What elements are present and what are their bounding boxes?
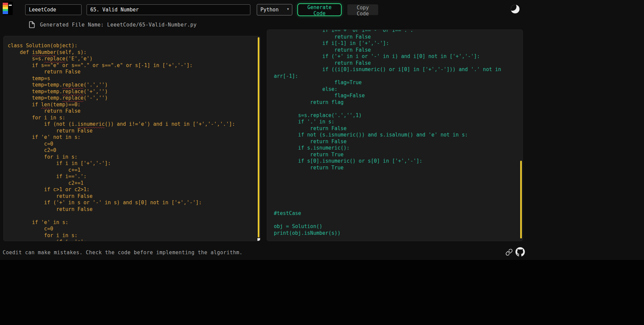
link-button[interactable] — [505, 249, 513, 257]
output-scrollbar-thumb[interactable] — [520, 161, 522, 238]
theme-toggle-button[interactable] — [510, 4, 520, 14]
output-code: if i=='+' or i=='-' or i=='.': return Fa… — [267, 30, 523, 236]
resize-handle[interactable] — [257, 238, 260, 241]
logo-dash-icon — [9, 5, 12, 6]
editor-scrollbar-thumb[interactable] — [258, 37, 259, 237]
problem-title-input[interactable] — [87, 4, 250, 15]
editor-code[interactable]: class Solution(object): def isNumber(sel… — [4, 36, 260, 241]
link-icon — [505, 249, 513, 256]
repo-name-input[interactable] — [25, 4, 82, 15]
file-name-row: Generated File Name: LeeetCode/65-Valid-… — [28, 20, 197, 29]
app-root: Python Generate Code Copy Code Generated… — [0, 0, 644, 260]
logo-stripes-icon — [3, 3, 8, 14]
language-select[interactable]: Python — [257, 4, 292, 15]
app-logo — [3, 2, 13, 15]
copy-code-button[interactable]: Copy Code — [347, 4, 378, 15]
language-select-wrap: Python — [257, 4, 292, 15]
github-icon — [515, 247, 525, 257]
generated-file-name: Generated File Name: LeeetCode/65-Valid-… — [40, 22, 197, 28]
file-icon — [28, 20, 36, 29]
generate-code-button[interactable]: Generate Code — [297, 3, 342, 16]
code-editor-panel: class Solution(object): def isNumber(sel… — [3, 36, 260, 241]
disclaimer-text: Coedit can make mistakes. Check the code… — [3, 250, 243, 256]
moon-icon — [511, 5, 519, 13]
generated-code-panel[interactable]: if i=='+' or i=='-' or i=='.': return Fa… — [267, 30, 523, 241]
github-button[interactable] — [515, 247, 525, 258]
